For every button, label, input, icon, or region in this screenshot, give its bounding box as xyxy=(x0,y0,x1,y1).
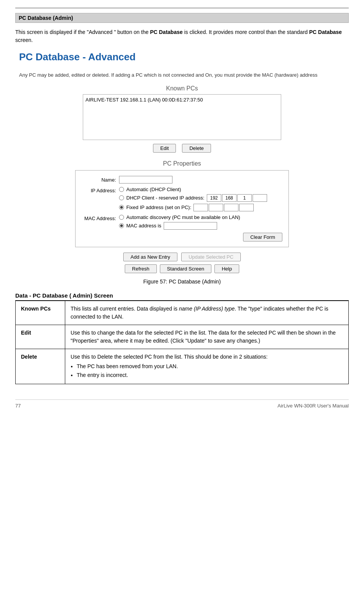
mac-input[interactable] xyxy=(164,222,217,230)
data-table: Known PCs This lists all current entries… xyxy=(15,301,349,384)
ip-address-label: IP Address: xyxy=(82,187,116,193)
description-text: Any PC may be added, edited or deleted. … xyxy=(15,69,349,81)
delete-term: Delete xyxy=(16,349,65,384)
help-button[interactable]: Help xyxy=(214,264,239,273)
page-title: PC Database - Advanced xyxy=(15,51,349,63)
dhcp-ip-oct2[interactable] xyxy=(222,194,237,202)
mac-address-row: MAC Address: Automatic discovery (PC mus… xyxy=(82,214,282,230)
delete-bullets: The PC has been removed from your LAN. T… xyxy=(77,362,343,379)
name-content xyxy=(119,176,282,184)
mac-auto-row: Automatic discovery (PC must be availabl… xyxy=(119,214,282,220)
intro-text: This screen is displayed if the "Advance… xyxy=(15,28,349,44)
standard-screen-button[interactable]: Standard Screen xyxy=(160,264,212,273)
delete-desc: Use this to Delete the selected PC from … xyxy=(65,349,349,384)
refresh-button[interactable]: Refresh xyxy=(125,264,157,273)
table-row: Edit Use this to change the data for the… xyxy=(16,325,349,349)
ip-address-content: Automatic (DHCP Client) DHCP Client - re… xyxy=(119,187,282,211)
ip-address-row: IP Address: Automatic (DHCP Client) DHCP… xyxy=(82,187,282,211)
action-buttons-row: Add as New Entry Update Selected PC xyxy=(15,253,349,261)
fixed-ip-oct4[interactable] xyxy=(239,204,254,211)
footer: 77 AirLive WN-300R User's Manual xyxy=(15,399,349,409)
list-item: AIRLIVE-TEST 192.168.1.1 (LAN) 00:0D:61:… xyxy=(85,97,279,103)
edit-term: Edit xyxy=(16,325,65,349)
data-section-title: Data - PC Database ( Admin) Screen xyxy=(15,292,349,301)
auto-dhcp-radio[interactable] xyxy=(119,187,124,192)
delete-bullet-2: The entry is incorrect. xyxy=(77,371,343,379)
fixed-ip-oct3[interactable] xyxy=(224,204,238,211)
dhcp-ip-oct3[interactable] xyxy=(237,194,252,202)
delete-desc-text: Use this to Delete the selected PC from … xyxy=(71,354,267,360)
known-pcs-list[interactable]: AIRLIVE-TEST 192.168.1.1 (LAN) 00:0D:61:… xyxy=(83,94,281,140)
action-buttons-row2: Refresh Standard Screen Help xyxy=(15,264,349,273)
mac-auto-radio[interactable] xyxy=(119,215,124,220)
mac-manual-row: MAC address is xyxy=(119,222,282,230)
fixed-ip-label: Fixed IP address (set on PC): xyxy=(126,204,191,210)
name-input[interactable] xyxy=(119,176,172,184)
edit-delete-row: Edit Delete xyxy=(15,144,349,153)
figure-caption: Figure 57: PC Database (Admin) xyxy=(15,279,349,285)
section-header: PC Database (Admin) xyxy=(15,13,349,23)
known-pcs-term: Known PCs xyxy=(16,301,65,325)
auto-dhcp-row: Automatic (DHCP Client) xyxy=(119,187,282,192)
mac-manual-radio[interactable] xyxy=(119,223,124,228)
known-pcs-desc: This lists all current entries. Data dis… xyxy=(65,301,349,325)
dhcp-reserved-radio[interactable] xyxy=(119,195,124,200)
pc-properties-heading: PC Properties xyxy=(15,160,349,167)
name-label: Name: xyxy=(82,176,116,183)
dhcp-reserved-label: DHCP Client - reserved IP address: xyxy=(126,195,205,201)
delete-bullet-1: The PC has been removed from your LAN. xyxy=(77,362,343,370)
fixed-ip-oct1[interactable] xyxy=(193,204,208,211)
mac-auto-label: Automatic discovery (PC must be availabl… xyxy=(126,214,240,220)
mac-address-label: MAC Address: xyxy=(82,214,116,221)
auto-dhcp-label: Automatic (DHCP Client) xyxy=(126,187,181,192)
name-row: Name: xyxy=(82,176,282,184)
clear-form-row: Clear Form xyxy=(82,233,282,241)
update-selected-pc-button[interactable]: Update Selected PC xyxy=(181,253,241,261)
dhcp-reserved-row: DHCP Client - reserved IP address: xyxy=(119,194,282,202)
fixed-ip-oct2[interactable] xyxy=(209,204,223,211)
edit-button[interactable]: Edit xyxy=(153,144,176,153)
dhcp-ip-group xyxy=(207,194,267,202)
delete-button[interactable]: Delete xyxy=(182,144,211,153)
mac-manual-label: MAC address is xyxy=(126,223,161,229)
properties-box: Name: IP Address: Automatic (DHCP Client… xyxy=(75,170,289,247)
edit-desc: Use this to change the data for the sele… xyxy=(65,325,349,349)
table-row: Known PCs This lists all current entries… xyxy=(16,301,349,325)
manual-title: AirLive WN-300R User's Manual xyxy=(277,403,349,409)
top-divider xyxy=(15,8,349,8)
add-as-new-entry-button[interactable]: Add as New Entry xyxy=(123,253,177,261)
clear-form-button[interactable]: Clear Form xyxy=(243,233,282,241)
dhcp-ip-oct4[interactable] xyxy=(253,194,267,202)
fixed-ip-row: Fixed IP address (set on PC): xyxy=(119,204,282,211)
fixed-ip-radio[interactable] xyxy=(119,205,124,210)
table-row: Delete Use this to Delete the selected P… xyxy=(16,349,349,384)
fixed-ip-group xyxy=(193,204,254,211)
page-number: 77 xyxy=(15,403,21,409)
dhcp-ip-oct1[interactable] xyxy=(207,194,221,202)
known-pcs-heading: Known PCs xyxy=(15,85,349,92)
mac-address-content: Automatic discovery (PC must be availabl… xyxy=(119,214,282,230)
